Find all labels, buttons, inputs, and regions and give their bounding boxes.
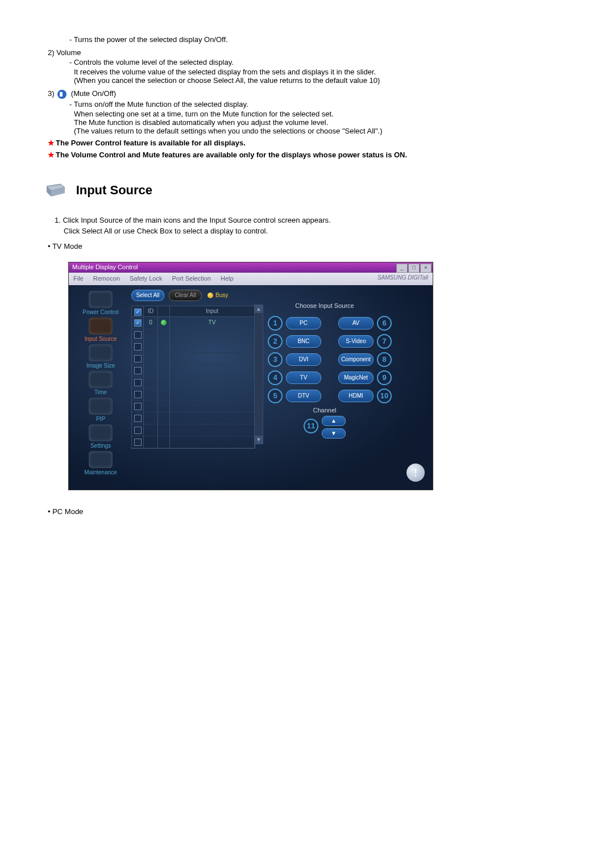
- sidebar-item-label: Image Size: [74, 362, 127, 369]
- row-checkbox[interactable]: [134, 391, 142, 398]
- callout-badge-1: 1: [268, 316, 283, 331]
- scroll-up-icon[interactable]: ▲: [255, 305, 263, 313]
- source-row-svideo: 7S-Video: [338, 334, 392, 349]
- sidebar-item-time[interactable]: Time: [74, 371, 127, 395]
- sidebar-item-image-size[interactable]: Image Size: [74, 344, 127, 369]
- header-checkbox[interactable]: [134, 308, 142, 316]
- callout-badge-8: 8: [377, 352, 392, 367]
- scroll-down-icon[interactable]: ▼: [255, 436, 263, 444]
- star-icon: ★: [48, 139, 55, 147]
- source-button-tv[interactable]: TV: [286, 372, 321, 384]
- input-source-header-icon: [44, 182, 67, 199]
- table-row[interactable]: [132, 400, 255, 412]
- table-row[interactable]: [132, 377, 255, 389]
- clear-all-button[interactable]: Clear All: [169, 290, 202, 301]
- row-checkbox[interactable]: [134, 331, 142, 339]
- busy-indicator: Busy: [208, 292, 228, 298]
- row-id: 0: [144, 317, 158, 328]
- source-row-av: 6AV: [338, 316, 392, 331]
- callout-badge-7: 7: [377, 334, 392, 349]
- source-button-av[interactable]: AV: [338, 317, 374, 329]
- sidebar-item-label: PIP: [74, 416, 127, 422]
- row-checkbox[interactable]: [134, 427, 142, 434]
- table-row[interactable]: [132, 389, 255, 400]
- image-size-icon: [89, 344, 113, 361]
- window-controls: _ □ ×: [396, 264, 432, 273]
- table-row[interactable]: [132, 436, 255, 448]
- vol-desc-3: (When you cancel the selection or choose…: [74, 76, 574, 85]
- mute-desc-2: When selecting one set at a time, turn o…: [74, 110, 574, 118]
- channel-control: ▲ ▼: [322, 416, 346, 439]
- row-checkbox[interactable]: [134, 355, 142, 362]
- source-button-hdmi[interactable]: HDMI: [338, 390, 374, 402]
- col-id: ID: [144, 306, 158, 316]
- sidebar-item-pip[interactable]: PIP: [74, 398, 127, 422]
- menu-remocon[interactable]: Remocon: [93, 275, 120, 282]
- grid-header: ID Input: [132, 306, 255, 317]
- table-row[interactable]: [132, 341, 255, 353]
- col-input: Input: [170, 306, 255, 316]
- mute-desc-1: - Turns on/off the Mute function of the …: [69, 100, 574, 108]
- sidebar-item-settings[interactable]: Settings: [74, 424, 127, 449]
- row-checkbox[interactable]: [134, 343, 142, 350]
- maximize-button[interactable]: □: [408, 264, 420, 273]
- source-row-magicnet: 9MagicNet: [338, 370, 392, 385]
- row-checkbox[interactable]: [134, 415, 142, 422]
- menu-port-selection[interactable]: Port Selection: [172, 275, 210, 282]
- mute-num: 3): [48, 89, 56, 98]
- sidebar-item-input-source[interactable]: Input Source: [74, 318, 127, 342]
- source-button-magicnet[interactable]: MagicNet: [338, 372, 374, 384]
- app-screenshot: Multiple Display Control _ □ × File Remo…: [68, 262, 433, 490]
- window-title: Multiple Display Control: [72, 264, 138, 270]
- bullet-pc-mode: • PC Mode: [48, 507, 574, 516]
- sidebar-item-maintenance[interactable]: Maintenance: [74, 451, 127, 475]
- mute-desc-4: (The values return to the default settin…: [74, 127, 574, 135]
- channel-down-button[interactable]: ▼: [322, 428, 346, 439]
- sidebar-item-label: Maintenance: [74, 469, 127, 475]
- table-row[interactable]: [132, 412, 255, 424]
- source-button-dvi[interactable]: DVI: [286, 353, 321, 366]
- source-button-dtv[interactable]: DTV: [286, 390, 321, 402]
- menu-help[interactable]: Help: [221, 275, 234, 282]
- sidebar-item-power-control[interactable]: Power Control: [74, 291, 127, 315]
- bullet-tv-mode: • TV Mode: [48, 242, 574, 251]
- source-row-pc: 1PC: [268, 316, 321, 331]
- menu-file[interactable]: File: [73, 275, 84, 282]
- step-1b: Click Select All or use Check Box to sel…: [64, 227, 574, 235]
- row-checkbox[interactable]: [134, 367, 142, 374]
- table-row[interactable]: [132, 353, 255, 365]
- channel-up-button[interactable]: ▲: [322, 416, 346, 426]
- minimize-button[interactable]: _: [396, 264, 408, 273]
- source-row-hdmi: 10HDMI: [338, 389, 392, 403]
- callout-badge-10: 10: [377, 389, 392, 403]
- row-checkbox[interactable]: [134, 319, 142, 327]
- close-button[interactable]: ×: [420, 264, 432, 273]
- app-body: Power Control Input Source Image Size Ti…: [69, 285, 433, 490]
- table-row[interactable]: [132, 365, 255, 377]
- table-row[interactable]: [132, 424, 255, 436]
- col-check[interactable]: [132, 306, 144, 316]
- mute-label: (Mute On/Off): [71, 89, 116, 98]
- source-button-component[interactable]: Component: [338, 353, 374, 366]
- source-button-pc[interactable]: PC: [286, 317, 321, 329]
- table-row[interactable]: [132, 329, 255, 341]
- menu-safety-lock[interactable]: Safety Lock: [130, 275, 162, 282]
- row-checkbox[interactable]: [134, 403, 142, 410]
- col-status: [158, 306, 170, 316]
- callout-badge-6: 6: [377, 316, 392, 331]
- table-row[interactable]: 0 TV: [132, 317, 255, 329]
- callout-badge-4: 4: [268, 370, 283, 385]
- maintenance-icon: [89, 451, 113, 468]
- source-button-bnc[interactable]: BNC: [286, 335, 321, 348]
- row-checkbox[interactable]: [134, 379, 142, 386]
- info-icon[interactable]: !: [406, 464, 425, 482]
- display-grid: ID Input 0 TV: [131, 306, 255, 449]
- scrollbar[interactable]: ▲ ▼: [254, 304, 263, 444]
- brand-label: SAMSUNG DIGITall: [377, 274, 428, 281]
- select-all-button[interactable]: Select All: [131, 290, 164, 301]
- row-input: TV: [170, 317, 255, 328]
- speaker-icon: [57, 90, 67, 99]
- sidebar: Power Control Input Source Image Size Ti…: [74, 291, 127, 484]
- source-button-svideo[interactable]: S-Video: [338, 335, 374, 348]
- row-checkbox[interactable]: [134, 439, 142, 446]
